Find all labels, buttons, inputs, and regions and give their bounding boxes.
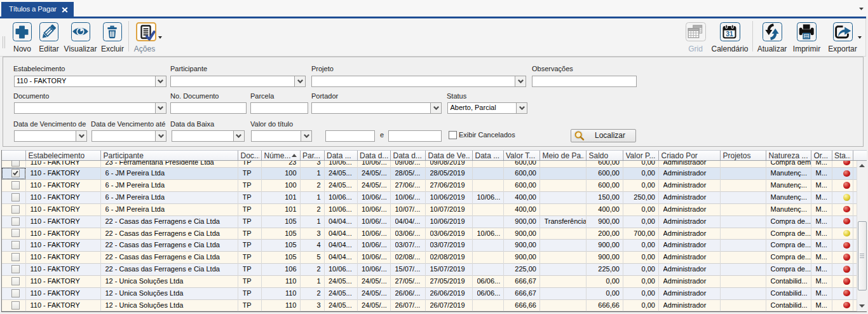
- svg-text:31: 31: [726, 30, 733, 38]
